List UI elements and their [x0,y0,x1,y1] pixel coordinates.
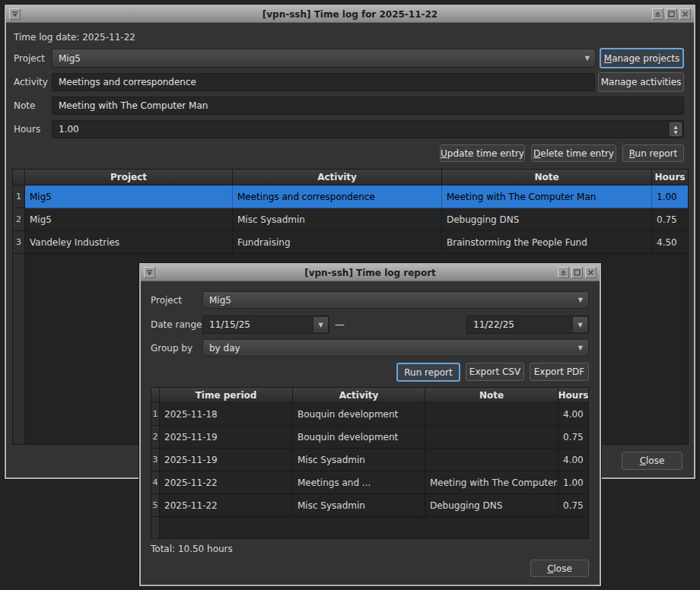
column-header-hours[interactable]: Hours [558,388,588,403]
report-project-combobox[interactable]: Mig5 ▼ [202,291,589,309]
run-report-button-dialog[interactable]: Run report [396,363,460,382]
manage-activities-button[interactable]: Manage activities [598,72,684,92]
report-row[interactable]: 5 2025-11-22 Misc Sysadmin Debugging DNS… [151,494,588,517]
cell-note[interactable]: Brainstorming the People Fund [442,231,652,254]
cell-hours[interactable]: 1.00 [652,186,688,208]
close-window-button[interactable] [585,267,597,278]
cell-activity[interactable]: Misc Sysadmin [233,208,442,231]
cell-activity[interactable]: Meetings and correspondence [233,186,442,208]
report-row[interactable]: 3 2025-11-19 Misc Sysadmin 4.00 [151,449,588,471]
column-header-hours[interactable]: Hours [652,170,688,186]
run-report-button-main[interactable]: Run report [622,144,684,162]
row-number[interactable]: 1 [13,186,25,208]
cell-hours[interactable]: 4.00 [558,403,588,426]
group-by-combobox[interactable]: by day ▼ [202,339,589,357]
date-from-picker[interactable]: 11/15/25 ▼ [202,316,329,334]
cell-note[interactable] [425,449,558,471]
maximize-icon [574,269,581,276]
manage-projects-button[interactable]: Manage projects [600,48,684,68]
cell-period[interactable]: 2025-11-19 [160,449,293,471]
row-number[interactable]: 1 [151,403,160,426]
update-time-entry-button[interactable]: Update time entry [440,144,525,162]
row-number[interactable]: 2 [151,426,160,449]
cell-activity[interactable]: Misc Sysadmin [293,494,425,517]
close-icon [682,11,689,17]
group-by-value: by day [209,343,240,354]
cell-project[interactable]: Mig5 [25,208,233,231]
note-input[interactable]: Meeting with The Computer Man [52,97,684,115]
cell-note[interactable] [425,403,558,426]
row-number[interactable]: 3 [151,449,160,471]
dialog-titlebar[interactable]: [vpn-ssh] Time log report [141,265,600,281]
cell-activity[interactable]: Bouquin development [293,403,425,426]
column-header-activity[interactable]: Activity [293,388,425,403]
hours-spinbox[interactable]: 1.00 ▲ ▼ [52,120,684,138]
row-number[interactable]: 4 [151,471,160,494]
cell-activity[interactable]: Meetings and ... [293,471,425,494]
cell-activity[interactable]: Bouquin development [293,426,425,449]
cell-note[interactable]: Debugging DNS [425,494,558,517]
export-csv-button[interactable]: Export CSV [466,363,524,381]
run-report-label-main: Run report [629,148,678,159]
cell-activity[interactable]: Misc Sysadmin [293,449,425,471]
row-number-gutter [13,254,25,444]
maximize-window-button[interactable] [571,267,583,278]
table-row[interactable]: 1 Mig5 Meetings and correspondence Meeti… [13,186,688,208]
cell-activity[interactable]: Fundraising [233,231,442,254]
table-empty-area [151,517,588,538]
spin-down-icon[interactable]: ▼ [674,129,678,135]
row-number[interactable]: 2 [13,208,25,231]
date-from-dropdown-button[interactable]: ▼ [313,317,328,332]
cell-project[interactable]: Mig5 [25,186,233,208]
close-label-dialog: Close [547,563,572,574]
column-header-time-period[interactable]: Time period [160,388,293,403]
cell-hours[interactable]: 0.75 [558,426,588,449]
run-report-label-dialog: Run report [404,367,452,378]
cell-project[interactable]: Vandeley Industries [25,231,233,254]
main-titlebar[interactable]: [vpn-ssh] Time log for 2025-11-22 [6,6,694,23]
delete-time-entry-button[interactable]: Delete time entry [531,144,616,162]
project-combobox[interactable]: Mig5 ▼ [52,49,596,68]
close-button-main[interactable]: Close [622,452,682,470]
report-project-value: Mig5 [209,295,231,306]
window-menu-button[interactable] [144,267,155,278]
date-to-dropdown-button[interactable]: ▼ [572,317,587,332]
close-button-dialog[interactable]: Close [530,560,589,577]
close-window-button[interactable] [679,8,691,20]
report-row[interactable]: 2 2025-11-19 Bouquin development 0.75 [151,426,588,449]
cell-hours[interactable]: 4.00 [558,449,588,471]
cell-hours[interactable]: 0.75 [652,208,688,231]
column-header-activity[interactable]: Activity [233,170,442,186]
table-row[interactable]: 2 Mig5 Misc Sysadmin Debugging DNS 0.75 [13,208,688,231]
cell-period[interactable]: 2025-11-18 [160,403,293,426]
cell-hours[interactable]: 4.50 [652,231,688,254]
report-row[interactable]: 4 2025-11-22 Meetings and ... Meeting wi… [151,471,588,494]
dialog-title: [vpn-ssh] Time log report [141,268,600,278]
column-header-project[interactable]: Project [25,170,233,186]
maximize-window-button[interactable] [666,8,677,20]
cell-period[interactable]: 2025-11-19 [160,426,293,449]
cell-hours[interactable]: 1.00 [558,471,588,494]
cell-note[interactable]: Meeting with The Computer Man [442,186,652,208]
spin-up-icon[interactable]: ▲ [674,124,678,129]
shade-window-button[interactable] [558,267,569,278]
date-to-picker[interactable]: 11/22/25 ▼ [466,316,589,334]
row-number[interactable]: 5 [151,494,160,517]
cell-note[interactable]: Debugging DNS [442,208,652,231]
export-pdf-button[interactable]: Export PDF [530,363,589,381]
column-header-note[interactable]: Note [442,170,652,186]
shade-window-button[interactable] [652,8,663,20]
cell-note[interactable]: Meeting with The Computer... [425,471,558,494]
activity-input[interactable]: Meetings and correspondence [52,73,595,91]
cell-period[interactable]: 2025-11-22 [160,471,293,494]
report-row[interactable]: 1 2025-11-18 Bouquin development 4.00 [151,403,588,426]
cell-note[interactable] [425,426,558,449]
window-menu-button[interactable] [9,8,21,20]
table-row[interactable]: 3 Vandeley Industries Fundraising Brains… [13,231,688,254]
hours-spin-buttons[interactable]: ▲ ▼ [670,122,682,136]
column-header-note[interactable]: Note [425,388,558,403]
main-window-title: [vpn-ssh] Time log for 2025-11-22 [6,9,694,20]
cell-hours[interactable]: 0.75 [558,494,588,517]
cell-period[interactable]: 2025-11-22 [160,494,293,517]
row-number[interactable]: 3 [13,231,25,254]
